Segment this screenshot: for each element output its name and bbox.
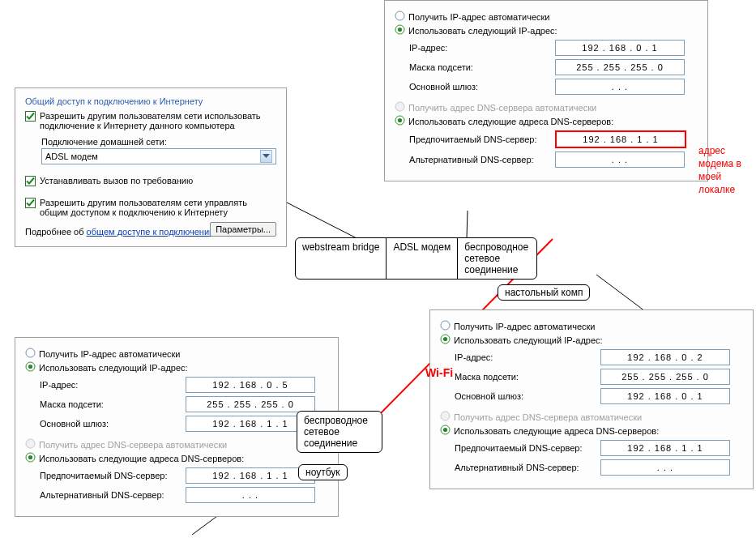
tcpip-panel-laptop: Получить IP-адрес автоматически Использо… (15, 337, 339, 517)
home-net-value: ADSL модем (45, 152, 98, 161)
radio-on-icon[interactable] (25, 452, 36, 464)
radio-on-icon[interactable] (440, 334, 451, 346)
dns1-field[interactable]: 192 . 168 . 1 . 1 (186, 467, 315, 484)
home-net-select[interactable]: ADSL модем (41, 148, 276, 164)
svg-point-24 (26, 439, 35, 448)
home-net-label: Подключение домашней сети: (41, 137, 276, 147)
svg-line-3 (596, 275, 645, 311)
svg-point-21 (26, 348, 35, 357)
gw-label: Основной шлюз: (409, 82, 555, 92)
chevron-down-icon[interactable] (260, 150, 272, 163)
svg-point-18 (441, 412, 450, 420)
svg-point-12 (395, 102, 404, 111)
annotation-note: адрес модема в моей локалке (698, 144, 741, 196)
node-bar: webstream bridge ADSL модем беспроводное… (295, 237, 537, 280)
auto-dns-label: Получить адрес DNS-сервера автоматически (408, 103, 596, 113)
chip-desktop: настольный комп (498, 284, 590, 301)
ics-panel: Общий доступ к подключению к Интернету Р… (15, 87, 287, 247)
radio-on-icon[interactable] (440, 425, 451, 437)
svg-point-23 (28, 365, 32, 369)
chip-laptop: ноутбук (298, 464, 348, 480)
svg-line-1 (467, 211, 468, 238)
dial-on-demand-label: Устанавливать вызов по требованию (40, 176, 193, 186)
svg-point-26 (28, 455, 32, 459)
radio-off-icon (440, 411, 451, 423)
svg-line-0 (287, 203, 357, 238)
manual-dns-label: Использовать следующие адреса DNS-сервер… (408, 117, 613, 126)
node-wireless: беспроводное сетевое соединение (457, 238, 536, 279)
dns1-field[interactable]: 192 . 168 . 1 . 1 (600, 440, 730, 456)
gw-field[interactable]: 192 . 168 . 0 . 1 (600, 388, 730, 404)
ip-field[interactable]: 192 . 168 . 0 . 5 (186, 377, 315, 393)
mask-label: Маска подсети: (409, 62, 555, 72)
chip-laptop-wireless: беспроводное сетевое соединение (297, 411, 382, 453)
settings-button[interactable]: Параметры... (210, 222, 276, 237)
svg-point-14 (398, 118, 402, 122)
dns2-field[interactable]: . . . (600, 459, 730, 476)
ip-field[interactable]: 192 . 168 . 0 . 2 (600, 349, 730, 365)
gw-field[interactable]: . . . (555, 79, 685, 95)
radio-on-icon[interactable] (25, 361, 36, 373)
auto-ip-label: Получить IP-адрес автоматически (408, 12, 549, 22)
allow-control-label: Разрешить другим пользователям сети упра… (40, 198, 276, 217)
dns2-label: Альтернативный DNS-сервер: (409, 155, 555, 164)
wifi-label: Wi-Fi (425, 366, 453, 379)
node-webstream: webstream bridge (296, 238, 386, 279)
manual-ip-label: Использовать следующий IP-адрес: (408, 26, 557, 36)
radio-on-icon[interactable] (395, 115, 405, 127)
checkbox-icon[interactable] (25, 176, 36, 186)
radio-on-icon[interactable] (395, 24, 405, 36)
tcpip-panel-desktop-adsl: Получить IP-адрес автоматически Использо… (384, 0, 708, 181)
svg-point-9 (395, 11, 404, 20)
ip-label: IP-адрес: (409, 43, 555, 53)
radio-off-icon (395, 101, 405, 113)
share-check-label: Разрешить другим пользователям сети испо… (40, 111, 276, 130)
radio-off-icon (25, 438, 36, 450)
mask-field[interactable]: 255 . 255 . 255 . 0 (600, 369, 730, 385)
ics-title: Общий доступ к подключению к Интернету (25, 96, 276, 106)
radio-off-icon[interactable] (25, 348, 36, 360)
radio-off-icon[interactable] (395, 11, 405, 23)
node-adsl: ADSL модем (386, 238, 457, 279)
dns1-label: Предпочитаемый DNS-сервер: (409, 134, 555, 144)
ip-field[interactable]: 192 . 168 . 0 . 1 (555, 40, 685, 56)
svg-point-17 (443, 337, 447, 341)
dns1-field[interactable]: 192 . 168 . 1 . 1 (555, 130, 686, 148)
radio-off-icon[interactable] (440, 320, 451, 332)
dns2-field[interactable]: . . . (186, 487, 315, 503)
gw-field[interactable]: 192 . 168 . 1 . 1 (186, 416, 315, 432)
checkbox-icon[interactable] (25, 111, 36, 122)
tcpip-panel-desktop-wireless: Получить IP-адрес автоматически Использо… (429, 309, 754, 489)
mask-field[interactable]: 255 . 255 . 255 . 0 (555, 59, 685, 75)
checkbox-icon[interactable] (25, 198, 36, 208)
svg-point-11 (398, 28, 402, 32)
dns2-field[interactable]: . . . (555, 152, 685, 168)
mask-field[interactable]: 255 . 255 . 255 . 0 (186, 396, 315, 412)
svg-point-15 (441, 321, 450, 330)
svg-point-20 (443, 428, 447, 432)
